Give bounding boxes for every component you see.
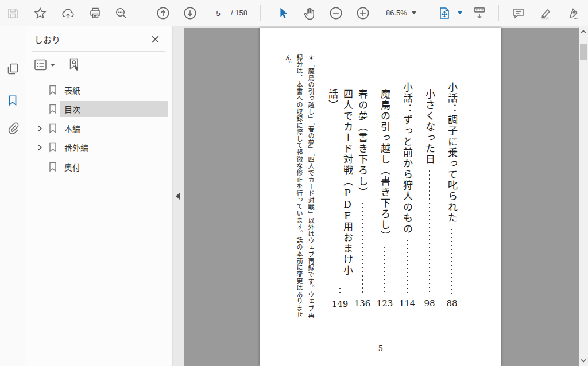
options-icon[interactable] (33, 59, 55, 71)
select-tool-icon[interactable] (274, 4, 292, 22)
scroll-up-icon[interactable] (579, 27, 588, 36)
star-icon[interactable] (31, 4, 49, 22)
bookmark-item[interactable]: 目次 (25, 100, 172, 118)
panel-toolbar (33, 57, 81, 72)
chevron-down-icon (412, 11, 416, 14)
toc-entry: 小話：調子に乗って叱られた88 (444, 82, 459, 310)
page-up-icon[interactable] (154, 4, 172, 22)
expand-current-bookmark-icon[interactable] (67, 57, 81, 72)
toc-footnote: ＊「魔鳥の引っ越し」「春の夢」「四人でカード対戦」以外はウェブ再録です。ウェブ再… (274, 54, 316, 324)
panel-divider (32, 77, 165, 77)
panel-title: しおり (34, 33, 60, 45)
toc-entry: 四人でカード対戦（PDF用おまけ小話）149 (332, 89, 347, 310)
panel-collapse-strip[interactable] (172, 26, 184, 366)
bookmark-item[interactable]: 番外編 (25, 138, 172, 157)
toolbar-divider (498, 5, 499, 21)
chevron-down-icon (51, 64, 55, 67)
bookmark-flag-icon (48, 162, 57, 172)
bookmark-flag-icon (48, 123, 57, 134)
search-icon[interactable] (112, 4, 130, 22)
show-toolbar-icon[interactable] (470, 4, 489, 22)
save-icon[interactable] (3, 4, 22, 22)
bookmark-label: 目次 (60, 101, 168, 117)
bookmark-label: 奥付 (60, 159, 168, 175)
chevron-right-icon[interactable] (36, 124, 44, 133)
bookmark-flag-icon (48, 142, 57, 153)
zoom-out-icon[interactable] (327, 4, 345, 22)
panel-notch (20, 68, 25, 77)
page-total-label: / 158 (231, 9, 247, 17)
collapse-left-icon (176, 193, 180, 200)
scrollbar-thumb[interactable] (580, 44, 587, 60)
toc-entry: 魔鳥の引っ越し（書き下ろし）123 (377, 89, 392, 310)
chevron-down-icon[interactable] (458, 11, 462, 14)
bookmark-label: 表紙 (60, 82, 168, 98)
vertical-scrollbar[interactable] (579, 26, 588, 366)
panel-divider (32, 51, 165, 52)
close-icon[interactable] (149, 33, 161, 45)
highlight-icon[interactable] (536, 4, 555, 22)
share-upload-icon[interactable] (59, 4, 77, 22)
sign-icon[interactable] (563, 4, 582, 22)
page-number-input[interactable] (208, 6, 229, 21)
scroll-down-icon[interactable] (579, 356, 588, 365)
page-down-icon[interactable] (181, 4, 199, 22)
page-folio: 5 (372, 344, 389, 353)
bookmark-label: 番外編 (60, 139, 168, 155)
bookmark-item[interactable]: 本編 (25, 119, 172, 138)
bookmark-flag-icon (48, 104, 57, 114)
bookmark-label: 本編 (60, 120, 168, 137)
toc-entry: 小話：ずっと前から狩人のもの114 (400, 82, 415, 310)
hand-tool-icon[interactable] (300, 4, 318, 22)
zoom-level-value: 86.5% (384, 9, 407, 17)
toc-entry: 春の夢（書き下ろし）136 (355, 89, 370, 310)
pdf-page: 小話：調子に乗って叱られた88小さくなった日98小話：ずっと前から狩人のもの11… (260, 28, 501, 366)
bookmark-item[interactable]: 表紙 (25, 81, 172, 99)
comment-icon[interactable] (509, 4, 528, 22)
page-thumbnails-icon[interactable] (4, 60, 21, 77)
toolbar-divider (260, 5, 261, 21)
bookmark-item[interactable]: 奥付 (25, 158, 172, 176)
bookmarks-icon[interactable] (4, 92, 21, 109)
attachments-icon[interactable] (4, 119, 21, 137)
panel-toolbar-divider (61, 57, 61, 72)
print-icon[interactable] (86, 4, 105, 22)
top-toolbar: / 158 86.5% (0, 0, 588, 26)
toc-entry: 小さくなった日98 (422, 89, 437, 310)
fit-page-icon[interactable] (435, 4, 454, 22)
bookmarks-panel: しおり 表紙目次本編番外編奥付 (25, 26, 172, 366)
zoom-in-icon[interactable] (354, 4, 372, 22)
zoom-level-dropdown[interactable]: 86.5% (384, 6, 420, 20)
bookmark-flag-icon (48, 85, 57, 95)
chevron-right-icon[interactable] (36, 143, 44, 151)
